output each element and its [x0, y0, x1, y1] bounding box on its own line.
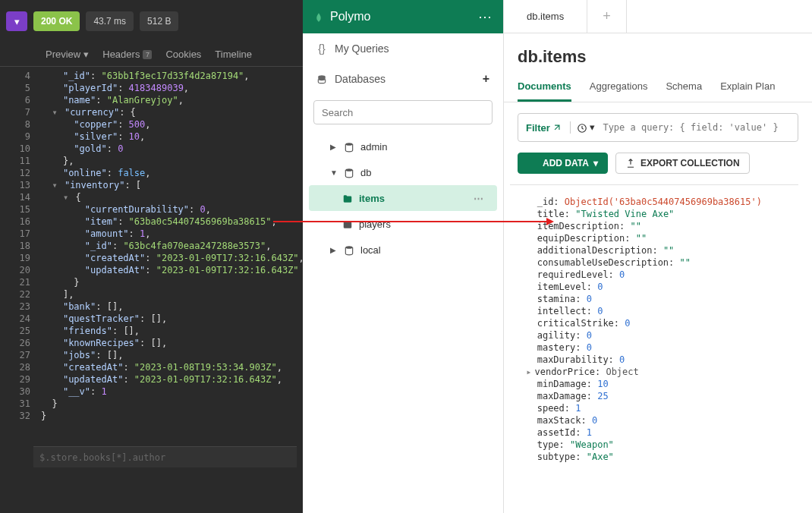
- code-line: 13 ▾ "inventory": [: [0, 179, 303, 191]
- tree-collection-items[interactable]: items ⋯: [309, 185, 497, 211]
- subtab-schema[interactable]: Schema: [666, 80, 702, 102]
- tree-db-local[interactable]: ▶ local: [303, 237, 503, 263]
- doc-field: ▸vendorPrice: Object: [521, 366, 798, 378]
- code-line: 21 }: [0, 276, 303, 288]
- tab-db-items[interactable]: db.items: [504, 0, 587, 33]
- doc-field: itemLevel: 0: [521, 281, 798, 293]
- doc-field: requiredLevel: 0: [521, 269, 798, 281]
- code-line: 31 }: [0, 398, 303, 410]
- code-line: 11 },: [0, 155, 303, 167]
- tree-db-db[interactable]: ▼ db: [303, 159, 503, 185]
- chevron-down-icon: ▾: [83, 49, 89, 60]
- add-tab-button[interactable]: +: [587, 0, 627, 33]
- add-data-button[interactable]: ADD DATA ▾: [518, 153, 608, 174]
- database-icon: [316, 73, 327, 85]
- code-line: 7 ▾ "currency": {: [0, 106, 303, 118]
- code-line: 5 "playerId": 4183489039,: [0, 82, 303, 94]
- doc-field: subtype: "Axe": [521, 451, 798, 463]
- database-icon: [344, 140, 354, 153]
- response-tabs: Preview ▾ Headers7 Cookies Timeline: [0, 42, 303, 67]
- jsonpath-input[interactable]: $.store.books[*].author: [33, 446, 297, 467]
- history-button[interactable]: ▾: [570, 121, 596, 134]
- doc-field: mastery: 0: [521, 341, 798, 354]
- filter-button[interactable]: Filter: [526, 122, 562, 134]
- view-subtabs: Documents Aggregations Schema Explain Pl…: [504, 80, 812, 102]
- doc-field: _id: ObjectId('63ba0c54407456969ba38615'…: [521, 196, 798, 208]
- search-input[interactable]: [313, 100, 493, 124]
- code-line: 29 "updatedAt": "2023-01-09T17:32:16.643…: [0, 373, 303, 386]
- doc-field: equipDescription: "": [521, 232, 798, 244]
- status-badge: 200 OK: [33, 11, 80, 31]
- code-line: 14 ▾ {: [0, 191, 303, 203]
- leaf-icon: [313, 9, 324, 25]
- chevron-right-icon: ▶: [330, 246, 338, 254]
- code-line: 18 "_id": "63bc4fa070eaa247288e3573",: [0, 240, 303, 252]
- database-tree: ▶ admin ▼ db items ⋯ players ▶ local: [303, 131, 503, 266]
- tree-collection-players[interactable]: players: [303, 211, 503, 237]
- subtab-aggregations[interactable]: Aggregations: [590, 80, 648, 102]
- doc-field: minDamage: 10: [521, 378, 798, 390]
- doc-field: criticalStrike: 0: [521, 317, 798, 329]
- code-line: 26 "knownRecipes": [],: [0, 337, 303, 349]
- brand-name: Polymo: [330, 10, 472, 24]
- database-sidebar: Polymo ⋯ {} My Queries Databases + ▶ adm…: [303, 0, 504, 513]
- response-size: 512 B: [140, 11, 178, 31]
- collection-menu-icon[interactable]: ⋯: [474, 193, 483, 204]
- chevron-down-icon: ▾: [593, 158, 598, 168]
- database-icon: [344, 166, 354, 178]
- doc-field: agility: 0: [521, 329, 798, 341]
- doc-field: maxStack: 0: [521, 414, 798, 426]
- chevron-down-icon: ▼: [330, 168, 338, 177]
- code-line: 28 "createdAt": "2023-01-08T19:53:34.903…: [0, 361, 303, 373]
- code-line: 17 "amount": 1,: [0, 228, 303, 240]
- doc-field: intellect: 0: [521, 305, 798, 317]
- chevron-right-icon: ▶: [330, 143, 338, 151]
- tab-headers[interactable]: Headers7: [102, 49, 152, 60]
- doc-field: consumableUseDescription: "": [521, 256, 798, 269]
- svg-point-3: [345, 246, 352, 249]
- code-line: 6 "name": "AlanGreyjoy",: [0, 94, 303, 106]
- code-line: 24 "questTracker": [],: [0, 313, 303, 325]
- code-line: 20 "updatedAt": "2023-01-09T17:32:16.643…: [0, 264, 303, 276]
- response-time: 43.7 ms: [86, 11, 134, 31]
- doc-field: speed: 1: [521, 402, 798, 414]
- action-row: ADD DATA ▾ EXPORT COLLECTION: [504, 153, 812, 174]
- document-panel: db.items + db.items Documents Aggregatio…: [504, 0, 812, 513]
- page-title: db.items: [504, 33, 812, 80]
- braces-icon: {}: [316, 42, 327, 55]
- code-line: 4 "_id": "63bb1f3ec17d33f4d2a87194",: [0, 70, 303, 82]
- code-line: 25 "friends": [],: [0, 325, 303, 337]
- headers-count-badge: 7: [143, 50, 152, 59]
- filter-bar: Filter ▾: [518, 113, 798, 142]
- code-line: 30 "__v": 1: [0, 386, 303, 398]
- tab-timeline[interactable]: Timeline: [215, 49, 252, 60]
- section-my-queries[interactable]: {} My Queries: [303, 33, 503, 64]
- export-collection-button[interactable]: EXPORT COLLECTION: [615, 153, 750, 174]
- code-line: 8 "copper": 500,: [0, 118, 303, 131]
- doc-field: itemDescription: "": [521, 220, 798, 232]
- section-databases[interactable]: Databases +: [303, 64, 503, 94]
- brand-menu-icon[interactable]: ⋯: [478, 8, 493, 25]
- doc-field: assetId: 1: [521, 426, 798, 439]
- tab-cookies[interactable]: Cookies: [165, 49, 201, 60]
- collection-tabs: db.items +: [504, 0, 812, 33]
- collapse-button[interactable]: ▾: [6, 11, 27, 31]
- code-line: 19 "createdAt": "2023-01-09T17:32:16.643…: [0, 252, 303, 264]
- response-header: ▾ 200 OK 43.7 ms 512 B: [0, 0, 303, 42]
- code-line: 23 "bank": [],: [0, 301, 303, 313]
- doc-field: stamina: 0: [521, 293, 798, 305]
- tree-db-admin[interactable]: ▶ admin: [303, 134, 503, 159]
- document-viewer[interactable]: _id: ObjectId('63ba0c54407456969ba38615'…: [510, 184, 798, 463]
- code-line: 16 "item": "63ba0c54407456969ba38615",: [0, 216, 303, 228]
- tab-preview[interactable]: Preview ▾: [46, 49, 89, 60]
- add-database-icon[interactable]: +: [483, 72, 489, 86]
- query-input[interactable]: [603, 122, 790, 133]
- subtab-documents[interactable]: Documents: [518, 80, 571, 102]
- folder-icon: [342, 192, 353, 204]
- svg-point-2: [345, 168, 352, 172]
- json-body[interactable]: 4 "_id": "63bb1f3ec17d33f4d2a87194",5 "p…: [0, 67, 303, 442]
- database-icon: [344, 244, 354, 256]
- code-line: 27 "jobs": [],: [0, 349, 303, 361]
- doc-field: additionalDescription: "": [521, 244, 798, 256]
- subtab-explain[interactable]: Explain Plan: [720, 80, 775, 102]
